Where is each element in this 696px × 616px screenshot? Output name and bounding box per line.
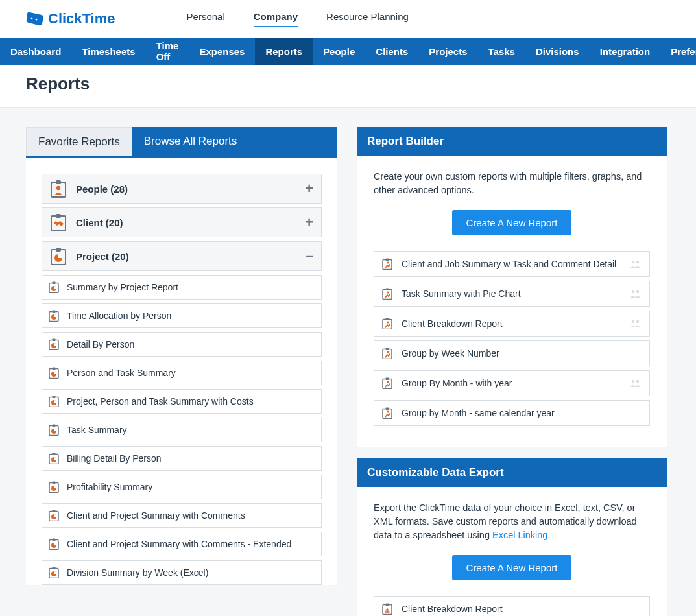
create-new-report-button[interactable]: Create A New Report <box>452 210 572 235</box>
subnav-people[interactable]: People <box>313 38 365 65</box>
group-header-person[interactable]: People (28)+ <box>42 174 322 204</box>
subnav-time-off[interactable]: Time Off <box>146 38 189 65</box>
builder-report-row[interactable]: Client and Job Summary w Task and Commen… <box>374 251 650 277</box>
create-new-export-button[interactable]: Create A New Report <box>452 555 572 580</box>
report-row[interactable]: Division Summary by Week (Excel) <box>42 560 322 585</box>
report-icon <box>382 288 392 300</box>
report-row[interactable]: Summary by Project Report <box>42 275 322 300</box>
shared-icon <box>630 379 642 388</box>
logo-icon <box>26 12 44 26</box>
report-label: Detail By Person <box>67 339 134 349</box>
report-row[interactable]: Client and Project Summary with Comments <box>42 503 322 528</box>
report-builder-desc: Create your own custom reports with mult… <box>374 170 650 197</box>
subnav-dashboard[interactable]: Dashboard <box>0 38 71 65</box>
topnav-company[interactable]: Company <box>254 11 298 27</box>
topnav-resource-planning[interactable]: Resource Planning <box>326 11 409 27</box>
subnav-reports[interactable]: Reports <box>255 38 313 65</box>
report-row[interactable]: Task Summary <box>42 418 322 442</box>
person-icon <box>50 180 67 198</box>
builder-report-row[interactable]: Group by Week Number <box>374 340 650 366</box>
piechart-icon <box>49 281 59 293</box>
report-label: Project, Person and Task Summary with Co… <box>67 396 254 407</box>
logo[interactable]: ClickTime <box>26 10 115 27</box>
export-report-label: Client Breakdown Report <box>402 604 642 614</box>
tab-browse-all-reports[interactable]: Browse All Reports <box>132 127 337 156</box>
piechart-icon <box>49 310 59 322</box>
piechart-icon <box>49 567 59 578</box>
builder-report-row[interactable]: Task Summary with Pie Chart <box>374 281 650 307</box>
topbar: ClickTime PersonalCompanyResource Planni… <box>0 0 696 38</box>
data-export-title: Customizable Data Export <box>357 458 667 487</box>
piechart-icon <box>49 538 59 550</box>
tab-favorite-reports[interactable]: Favorite Reports <box>26 127 132 156</box>
report-builder-title: Report Builder <box>357 127 667 156</box>
data-export-panel: Customizable Data Export Export the Clic… <box>357 458 667 616</box>
page-title-bar: Reports <box>0 65 696 108</box>
subnav-preferences[interactable]: Preferences <box>660 38 696 65</box>
piechart-icon <box>49 367 59 379</box>
piechart-icon <box>49 453 59 464</box>
report-icon <box>382 318 392 329</box>
report-row[interactable]: Project, Person and Task Summary with Co… <box>42 389 322 414</box>
report-icon <box>382 258 392 270</box>
group-header-handshake[interactable]: Client (20)+ <box>42 207 322 237</box>
content: Favorite Reports Browse All Reports Peop… <box>0 108 696 616</box>
builder-report-row[interactable]: Group By Month - with year <box>374 370 650 396</box>
expand-icon: + <box>305 214 313 231</box>
logo-text: ClickTime <box>48 10 115 27</box>
report-label: Person and Task Summary <box>67 368 176 378</box>
builder-report-label: Group by Month - same calendar year <box>402 408 642 418</box>
piechart-icon <box>49 481 59 493</box>
subnav-expenses[interactable]: Expenses <box>189 38 255 65</box>
report-label: Summary by Project Report <box>67 282 178 292</box>
subnav-clients[interactable]: Clients <box>365 38 418 65</box>
subnav-tasks[interactable]: Tasks <box>478 38 525 65</box>
report-label: Client and Project Summary with Comments… <box>67 539 291 549</box>
report-label: Time Allocation by Person <box>67 311 171 321</box>
builder-report-label: Group by Week Number <box>402 348 642 359</box>
builder-report-row[interactable]: Client Breakdown Report <box>374 311 650 337</box>
group-label: Project (20) <box>76 251 306 262</box>
builder-report-row[interactable]: Group by Month - same calendar year <box>374 400 650 426</box>
subnav-divisions[interactable]: Divisions <box>525 38 590 65</box>
report-label: Task Summary <box>67 425 127 435</box>
report-label: Profitability Summary <box>67 482 152 492</box>
subnav-projects[interactable]: Projects <box>418 38 477 65</box>
report-icon <box>382 407 392 419</box>
handshake-icon <box>50 213 67 231</box>
builder-report-label: Client and Job Summary w Task and Commen… <box>402 259 630 269</box>
piechart-icon <box>49 396 59 407</box>
subnav-integration[interactable]: Integration <box>590 38 661 65</box>
topnav: PersonalCompanyResource Planning <box>187 11 409 27</box>
page-title: Reports <box>26 74 670 94</box>
report-builder-panel: Report Builder Create your own custom re… <box>357 127 667 447</box>
report-icon <box>382 377 392 389</box>
data-export-desc: Export the ClickTime data of your choice… <box>374 501 650 542</box>
subnav-timesheets[interactable]: Timesheets <box>71 38 145 65</box>
shared-icon <box>630 319 642 328</box>
favorite-reports-panel: Favorite Reports Browse All Reports Peop… <box>26 127 337 589</box>
group-label: People (28) <box>76 184 305 195</box>
export-report-row[interactable]: Client Breakdown Report <box>374 596 650 616</box>
group-header-piechart[interactable]: Project (20)– <box>42 241 322 271</box>
report-row[interactable]: Detail By Person <box>42 332 322 357</box>
piechart-icon <box>49 510 59 521</box>
report-row[interactable]: Profitability Summary <box>42 475 322 499</box>
excel-linking-link[interactable]: Excel Linking <box>492 530 547 540</box>
export-icon <box>382 603 392 615</box>
report-row[interactable]: Client and Project Summary with Comments… <box>42 532 322 556</box>
piechart-icon <box>49 424 59 436</box>
shared-icon <box>630 289 642 298</box>
svg-point-19 <box>36 19 38 21</box>
report-label: Division Summary by Week (Excel) <box>67 567 208 578</box>
shared-icon <box>630 259 642 268</box>
svg-point-18 <box>31 18 33 19</box>
report-row[interactable]: Billing Detail By Person <box>42 446 322 471</box>
collapse-icon: – <box>306 248 313 265</box>
report-row[interactable]: Person and Task Summary <box>42 361 322 385</box>
piechart-icon <box>49 338 59 350</box>
report-icon <box>382 348 392 359</box>
report-row[interactable]: Time Allocation by Person <box>42 303 322 328</box>
piechart-icon <box>50 247 67 265</box>
topnav-personal[interactable]: Personal <box>187 11 225 27</box>
